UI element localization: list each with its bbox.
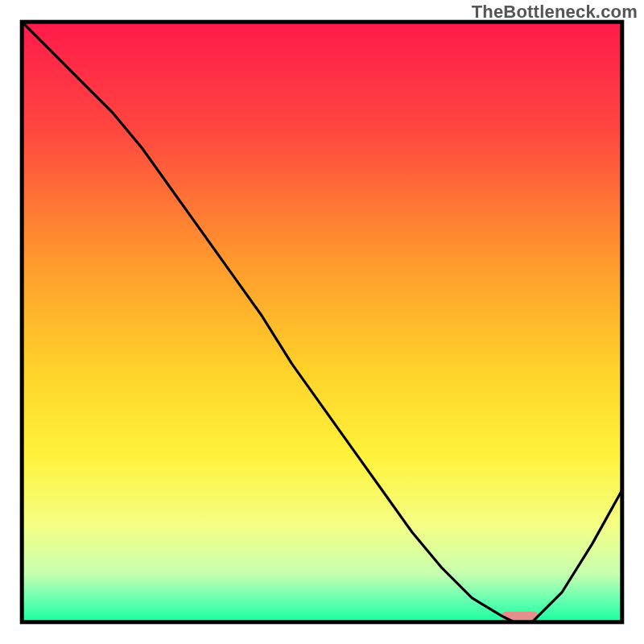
chart-frame: TheBottleneck.com (0, 0, 644, 644)
bottleneck-curve-chart (0, 0, 644, 644)
watermark-text: TheBottleneck.com (472, 2, 638, 23)
